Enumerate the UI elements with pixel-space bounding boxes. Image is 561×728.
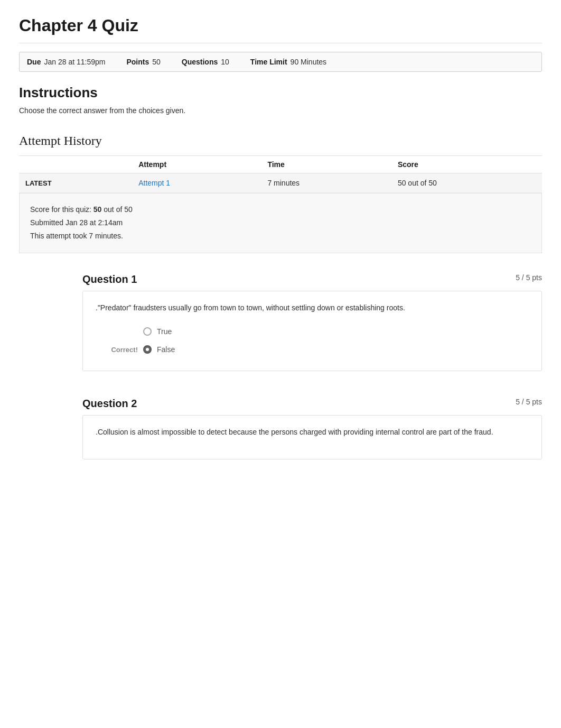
- score-line: Score for this quiz: 50 out of 50: [30, 203, 531, 216]
- question-1-text: ."Predator" fraudsters usually go from t…: [96, 302, 529, 314]
- instructions-heading: Instructions: [19, 85, 542, 101]
- question-2-points: 5 / 5 pts: [516, 398, 542, 406]
- col-header-attempt: Attempt: [132, 156, 261, 173]
- due-label: Due: [27, 58, 41, 66]
- question-2-text: .Collusion is almost impossible to detec…: [96, 426, 529, 438]
- col-header-tag: [19, 156, 132, 173]
- question-1-points: 5 / 5 pts: [516, 273, 542, 282]
- meta-due: Due Jan 28 at 11:59pm: [27, 58, 105, 66]
- questions-value: 10: [221, 58, 229, 66]
- answer-option-false: False: [143, 342, 175, 357]
- score-value: 50: [94, 205, 102, 214]
- due-value: Jan 28 at 11:59pm: [44, 58, 105, 66]
- quiz-title: Chapter 4 Quiz: [19, 16, 542, 43]
- question-1-header: Question 1 5 / 5 pts: [82, 268, 542, 291]
- questions-container: Question 1 5 / 5 pts ."Predator" fraudst…: [19, 268, 542, 460]
- answer-label-false: False: [157, 345, 175, 354]
- meta-questions: Questions 10: [182, 58, 229, 66]
- questions-label: Questions: [182, 58, 218, 66]
- instructions-text: Choose the correct answer from the choic…: [19, 106, 542, 115]
- time-limit-label: Time Limit: [250, 58, 287, 66]
- answer-option-true: True: [143, 324, 172, 339]
- question-2-body: .Collusion is almost impossible to detec…: [82, 415, 542, 459]
- score-text: Score for this quiz:: [30, 205, 94, 214]
- attempt-time: 7 minutes: [261, 173, 391, 193]
- correct-tag: Correct!: [96, 345, 143, 354]
- attempt-score: 50 out of 50: [391, 173, 542, 193]
- attempt-1-link[interactable]: Attempt 1: [138, 179, 170, 187]
- meta-points: Points 50: [126, 58, 160, 66]
- attempt-history-heading: Attempt History: [19, 134, 542, 148]
- quiz-meta-bar: Due Jan 28 at 11:59pm Points 50 Question…: [19, 52, 542, 72]
- question-block-2: Question 2 5 / 5 pts .Collusion is almos…: [19, 392, 542, 459]
- points-value: 50: [152, 58, 161, 66]
- attempt-table: Attempt Time Score LATEST Attempt 1 7 mi…: [19, 155, 542, 193]
- question-1-title: Question 1: [82, 273, 137, 285]
- attempt-link-cell[interactable]: Attempt 1: [132, 173, 261, 193]
- question-2-header: Question 2 5 / 5 pts: [82, 392, 542, 415]
- latest-label: LATEST: [19, 173, 132, 193]
- time-limit-value: 90 Minutes: [291, 58, 326, 66]
- table-row: LATEST Attempt 1 7 minutes 50 out of 50: [19, 173, 542, 193]
- meta-time-limit: Time Limit 90 Minutes: [250, 58, 326, 66]
- radio-false-selected: [143, 345, 152, 354]
- question-2-title: Question 2: [82, 398, 137, 410]
- score-summary-box: Score for this quiz: 50 out of 50 Submit…: [19, 193, 542, 253]
- submitted-line: Submitted Jan 28 at 2:14am: [30, 216, 531, 229]
- question-1-body: ."Predator" fraudsters usually go from t…: [82, 291, 542, 371]
- question-block-1: Question 1 5 / 5 pts ."Predator" fraudst…: [19, 268, 542, 371]
- answer-label-true: True: [157, 327, 172, 336]
- points-label: Points: [126, 58, 149, 66]
- score-out-of: out of 50: [101, 205, 132, 214]
- col-header-time: Time: [261, 156, 391, 173]
- question-1-answers: True Correct! False: [96, 324, 529, 357]
- radio-true: [143, 327, 152, 336]
- answer-row-false: Correct! False: [96, 342, 529, 357]
- answer-row-true: True: [96, 324, 529, 339]
- took-line: This attempt took 7 minutes.: [30, 229, 531, 243]
- col-header-score: Score: [391, 156, 542, 173]
